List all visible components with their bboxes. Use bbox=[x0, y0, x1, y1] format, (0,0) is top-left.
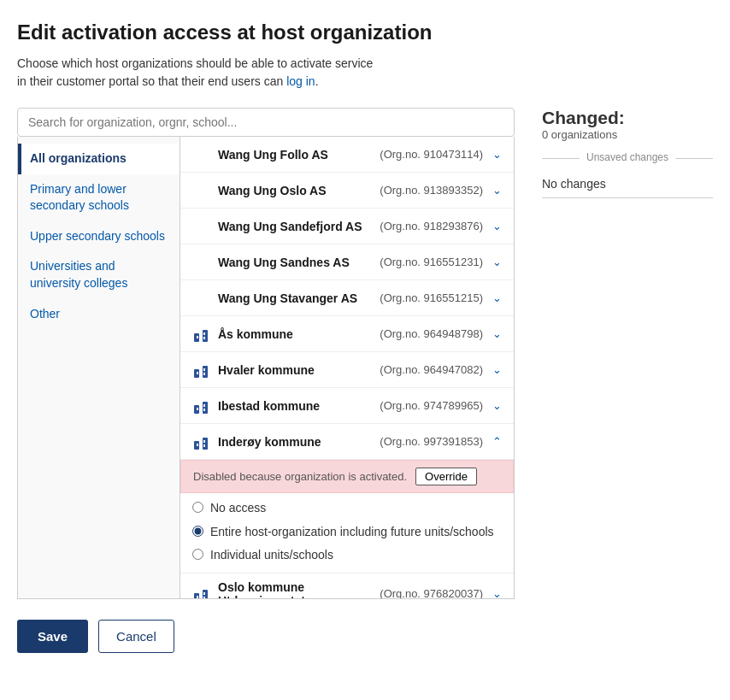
cancel-button[interactable]: Cancel bbox=[98, 620, 174, 653]
svg-rect-13 bbox=[203, 404, 205, 407]
chevron-down-icon[interactable]: ⌄ bbox=[490, 587, 503, 598]
table-row: Inderøy kommune (Org.no. 997391853) ⌃ bbox=[180, 424, 514, 460]
svg-rect-16 bbox=[203, 438, 208, 450]
sidebar-item-primary[interactable]: Primary and lower secondary schools bbox=[18, 174, 180, 221]
svg-rect-8 bbox=[203, 368, 205, 371]
svg-rect-1 bbox=[203, 330, 208, 342]
org-name: Wang Ung Follo AS bbox=[218, 148, 380, 162]
sidebar: All organizations Primary and lower seco… bbox=[18, 137, 180, 598]
org-number: (Org.no. 976820037) bbox=[380, 587, 483, 598]
left-panel: All organizations Primary and lower seco… bbox=[17, 108, 515, 599]
org-name: Wang Ung Sandnes AS bbox=[218, 256, 380, 269]
org-name: Ås kommune bbox=[218, 327, 380, 341]
org-number: (Org.no. 910473114) bbox=[380, 148, 483, 161]
svg-rect-2 bbox=[197, 336, 198, 338]
chevron-down-icon[interactable]: ⌄ bbox=[490, 184, 503, 197]
svg-rect-12 bbox=[197, 408, 198, 410]
changed-title: Changed: bbox=[542, 108, 713, 128]
svg-rect-11 bbox=[203, 402, 208, 414]
radio-option-individual[interactable]: Individual units/schools bbox=[192, 547, 502, 564]
chevron-down-icon[interactable]: ⌄ bbox=[490, 220, 503, 232]
no-access-radio[interactable] bbox=[192, 502, 203, 513]
disabled-banner: Disabled because organization is activat… bbox=[180, 460, 514, 493]
org-number: (Org.no. 913893352) bbox=[380, 184, 483, 197]
org-name: Oslo kommune Utdanningsetaten bbox=[218, 580, 380, 598]
svg-rect-7 bbox=[197, 372, 198, 374]
org-icon-placeholder bbox=[191, 147, 211, 162]
svg-rect-4 bbox=[203, 337, 205, 339]
building-icon bbox=[191, 586, 211, 598]
chevron-down-icon[interactable]: ⌄ bbox=[490, 256, 503, 268]
svg-rect-17 bbox=[197, 444, 198, 446]
sidebar-item-all[interactable]: All organizations bbox=[18, 144, 180, 174]
org-icon-placeholder bbox=[191, 255, 211, 270]
radio-label-entire: Entire host-organization including futur… bbox=[210, 524, 494, 541]
page-subtitle: Choose which host organizations should b… bbox=[17, 55, 376, 91]
org-number: (Org.no. 997391853) bbox=[380, 435, 483, 448]
sidebar-item-upper[interactable]: Upper secondary schools bbox=[18, 221, 180, 252]
radio-group: No access Entire host-organization inclu… bbox=[180, 493, 514, 574]
disabled-text: Disabled because organization is activat… bbox=[193, 470, 407, 483]
svg-rect-14 bbox=[203, 409, 205, 411]
search-input[interactable] bbox=[17, 108, 515, 137]
sidebar-item-other[interactable]: Other bbox=[18, 299, 180, 330]
radio-option-no-access[interactable]: No access bbox=[192, 500, 502, 517]
chevron-up-icon[interactable]: ⌃ bbox=[490, 435, 503, 448]
building-icon bbox=[191, 398, 211, 414]
org-icon-placeholder bbox=[191, 219, 211, 234]
org-number: (Org.no. 918293876) bbox=[380, 220, 483, 232]
override-button[interactable]: Override bbox=[415, 468, 477, 485]
table-row: Wang Ung Follo AS (Org.no. 910473114) ⌄ bbox=[180, 137, 514, 173]
org-number: (Org.no. 974789965) bbox=[380, 399, 483, 412]
entire-radio[interactable] bbox=[192, 526, 203, 537]
unsaved-label: Unsaved changes bbox=[586, 151, 668, 163]
radio-label-individual: Individual units/schools bbox=[210, 547, 333, 564]
org-name: Ibestad kommune bbox=[218, 399, 380, 413]
table-row: Wang Ung Sandefjord AS (Org.no. 91829387… bbox=[180, 209, 514, 244]
building-icon bbox=[191, 362, 211, 378]
bottom-actions: Save Cancel bbox=[17, 620, 713, 653]
radio-label-no-access: No access bbox=[210, 500, 266, 517]
table-row: Ibestad kommune (Org.no. 974789965) ⌄ bbox=[180, 388, 514, 424]
individual-radio[interactable] bbox=[192, 549, 203, 560]
radio-option-entire[interactable]: Entire host-organization including futur… bbox=[192, 524, 502, 541]
building-icon bbox=[191, 326, 211, 342]
save-button[interactable]: Save bbox=[17, 620, 88, 653]
org-name: Wang Ung Sandefjord AS bbox=[218, 220, 380, 233]
table-row: Wang Ung Sandnes AS (Org.no. 916551231) … bbox=[180, 244, 514, 280]
org-list: Wang Ung Follo AS (Org.no. 910473114) ⌄ … bbox=[180, 137, 514, 598]
table-row: Wang Ung Oslo AS (Org.no. 913893352) ⌄ bbox=[180, 173, 514, 209]
chevron-down-icon[interactable]: ⌄ bbox=[490, 148, 503, 161]
svg-rect-22 bbox=[197, 596, 198, 598]
chevron-down-icon[interactable]: ⌄ bbox=[490, 291, 503, 304]
table-row: Hvaler kommune (Org.no. 964947082) ⌄ bbox=[180, 352, 514, 388]
org-name: Wang Ung Stavanger AS bbox=[218, 291, 380, 305]
svg-rect-6 bbox=[203, 366, 208, 378]
chevron-down-icon[interactable]: ⌄ bbox=[490, 363, 503, 376]
org-name: Wang Ung Oslo AS bbox=[218, 184, 380, 197]
table-row: Oslo kommune Utdanningsetaten (Org.no. 9… bbox=[180, 574, 514, 598]
org-name: Hvaler kommune bbox=[218, 363, 380, 377]
no-changes-label: No changes bbox=[542, 177, 713, 191]
chevron-down-icon[interactable]: ⌄ bbox=[490, 399, 503, 412]
svg-rect-18 bbox=[203, 440, 205, 443]
table-row: Ås kommune (Org.no. 964948798) ⌄ bbox=[180, 316, 514, 352]
chevron-down-icon[interactable]: ⌄ bbox=[490, 327, 503, 340]
org-name: Inderøy kommune bbox=[218, 435, 380, 449]
org-number: (Org.no. 916551215) bbox=[380, 291, 483, 304]
page-title: Edit activation access at host organizat… bbox=[17, 21, 713, 44]
changed-panel: Changed: 0 organizations Unsaved changes… bbox=[542, 108, 713, 599]
svg-rect-23 bbox=[203, 592, 205, 595]
org-number: (Org.no. 916551231) bbox=[380, 256, 483, 268]
svg-rect-24 bbox=[203, 597, 205, 598]
org-number: (Org.no. 964947082) bbox=[380, 363, 483, 376]
org-icon-placeholder bbox=[191, 183, 211, 198]
sidebar-item-universities[interactable]: Universities and university colleges bbox=[18, 251, 180, 298]
org-number: (Org.no. 964948798) bbox=[380, 327, 483, 340]
content-area: All organizations Primary and lower seco… bbox=[17, 137, 515, 599]
changed-count: 0 organizations bbox=[542, 128, 713, 141]
table-row: Wang Ung Stavanger AS (Org.no. 916551215… bbox=[180, 280, 514, 316]
svg-rect-3 bbox=[203, 332, 205, 335]
building-icon bbox=[191, 434, 211, 450]
svg-rect-19 bbox=[203, 444, 205, 447]
